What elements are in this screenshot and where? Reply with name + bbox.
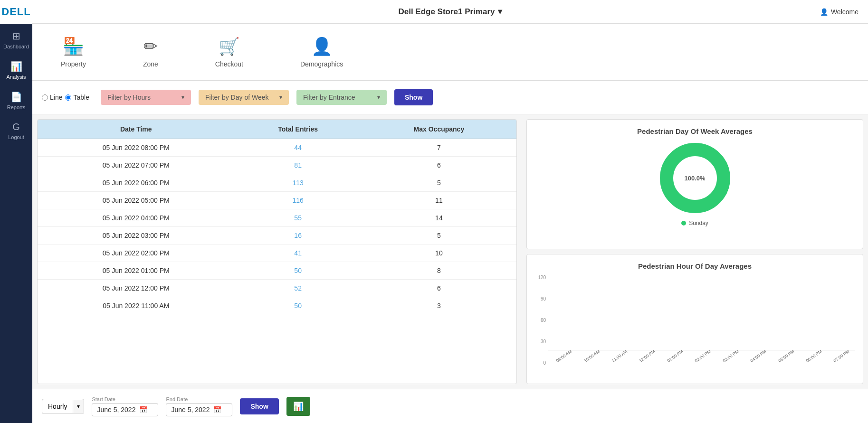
tab-checkout-label: Checkout <box>215 60 243 68</box>
cell-datetime: 05 Jun 2022 03:00 PM <box>38 227 234 244</box>
cell-entries: 81 <box>234 157 361 174</box>
cell-datetime: 05 Jun 2022 12:00 PM <box>38 280 234 297</box>
end-date-field: End Date June 5, 2022 📅 <box>166 396 232 416</box>
line-radio[interactable] <box>42 94 48 101</box>
chart-panel: Pedestrian Day Of Week Averages 100.0% S… <box>522 114 868 389</box>
cell-datetime: 05 Jun 2022 05:00 PM <box>38 192 234 209</box>
cell-datetime: 05 Jun 2022 04:00 PM <box>38 209 234 227</box>
zone-icon: ✏ <box>143 37 158 56</box>
sidebar-logout-label: Logout <box>8 134 24 140</box>
bar-chart-title: Pedestrian Hour Of Day Averages <box>534 262 855 270</box>
table-row: 05 Jun 2022 05:00 PM 116 11 <box>38 192 516 209</box>
tab-zone[interactable]: ✏ Zone <box>143 32 158 73</box>
topbar-right: 👤 Welcome <box>820 8 858 16</box>
dell-logo-text: DELL <box>1 6 30 18</box>
legend-label-sunday: Sunday <box>689 220 708 226</box>
bar-chart-card: Pedestrian Hour Of Day Averages 0 30 60 … <box>526 254 863 384</box>
start-date-label: Start Date <box>92 396 158 402</box>
period-dropdown-btn[interactable]: ▾ <box>73 400 84 413</box>
filter-hours-label: Filter by Hours <box>107 94 151 101</box>
analysis-icon: 📊 <box>10 61 22 72</box>
filter-bar: Line Table Filter by Hours ▾ Filter by D… <box>32 81 868 114</box>
table-radio[interactable] <box>65 94 71 101</box>
line-radio-label[interactable]: Line <box>42 94 62 101</box>
cell-entries: 52 <box>234 280 361 297</box>
calendar-icon-start[interactable]: 📅 <box>139 406 147 414</box>
topbar-chevron-icon[interactable]: ▾ <box>498 7 502 17</box>
topbar-title: Dell Edge Store1 Primary ▾ <box>398 7 502 17</box>
filter-entrance-label: Filter by Entrance <box>303 94 355 101</box>
sidebar-item-reports[interactable]: 📄 Reports <box>0 85 32 115</box>
cell-occupancy: 10 <box>362 244 516 262</box>
csv-icon: 📊 <box>293 402 304 411</box>
cell-occupancy: 14 <box>362 209 516 227</box>
filter-entrance-dropdown[interactable]: Filter by Entrance ▾ <box>296 90 387 105</box>
tab-demographics-label: Demographics <box>300 60 343 68</box>
sidebar-dashboard-label: Dashboard <box>3 44 29 49</box>
welcome-text: Welcome <box>831 8 858 16</box>
cell-occupancy: 3 <box>362 297 516 315</box>
cell-entries: 116 <box>234 192 361 209</box>
cell-datetime: 05 Jun 2022 08:00 PM <box>38 139 234 157</box>
table-row: 05 Jun 2022 08:00 PM 44 7 <box>38 139 516 157</box>
table-row: 05 Jun 2022 07:00 PM 81 6 <box>38 157 516 174</box>
donut-chart-card: Pedestrian Day Of Week Averages 100.0% S… <box>526 119 863 249</box>
tab-demographics[interactable]: 👤 Demographics <box>300 32 343 73</box>
filter-day-dropdown[interactable]: Filter by Day of Week ▾ <box>199 90 289 105</box>
filter-hours-dropdown[interactable]: Filter by Hours ▾ <box>101 90 191 105</box>
content-area: Line Table Filter by Hours ▾ Filter by D… <box>32 81 868 423</box>
csv-button[interactable]: 📊 <box>286 397 310 416</box>
cell-entries: 44 <box>234 139 361 157</box>
period-select[interactable]: Hourly ▾ <box>42 399 84 414</box>
cell-occupancy: 6 <box>362 157 516 174</box>
donut-chart-wrapper: 100.0% <box>657 140 733 216</box>
sidebar-item-dashboard[interactable]: ⊞ Dashboard <box>0 24 32 54</box>
table-row: 05 Jun 2022 01:00 PM 50 8 <box>38 262 516 280</box>
sidebar-item-logout[interactable]: G Logout <box>0 115 32 145</box>
y-label-0: 0 <box>534 360 546 366</box>
data-table: Date Time Total Entries Max Occupancy 05… <box>38 120 516 314</box>
y-label-120: 120 <box>534 275 546 280</box>
y-label-30: 30 <box>534 339 546 344</box>
show-button[interactable]: Show <box>394 89 433 105</box>
start-date-value: June 5, 2022 <box>97 406 135 414</box>
table-panel: Date Time Total Entries Max Occupancy 05… <box>32 114 522 389</box>
sidebar: DELL ⊞ Dashboard 📊 Analysis 📄 Reports G … <box>0 0 32 423</box>
table-label: Table <box>73 94 89 101</box>
cell-datetime: 05 Jun 2022 06:00 PM <box>38 174 234 192</box>
tab-property-label: Property <box>61 60 86 68</box>
cell-entries: 41 <box>234 244 361 262</box>
cell-entries: 55 <box>234 209 361 227</box>
end-date-input[interactable]: June 5, 2022 📅 <box>166 403 232 416</box>
tab-property[interactable]: 🏪 Property <box>61 32 86 73</box>
table-row: 05 Jun 2022 04:00 PM 55 14 <box>38 209 516 227</box>
data-table-container[interactable]: Date Time Total Entries Max Occupancy 05… <box>37 119 517 384</box>
logout-icon: G <box>12 122 20 132</box>
main-split: Date Time Total Entries Max Occupancy 05… <box>32 114 868 389</box>
table-row: 05 Jun 2022 11:00 AM 50 3 <box>38 297 516 315</box>
table-row: 05 Jun 2022 12:00 PM 52 6 <box>38 280 516 297</box>
table-radio-label[interactable]: Table <box>65 94 89 101</box>
cell-entries: 50 <box>234 262 361 280</box>
start-date-input[interactable]: June 5, 2022 📅 <box>92 403 158 416</box>
cell-datetime: 05 Jun 2022 01:00 PM <box>38 262 234 280</box>
table-row: 05 Jun 2022 03:00 PM 16 5 <box>38 227 516 244</box>
start-date-field: Start Date June 5, 2022 📅 <box>92 396 158 416</box>
y-label-90: 90 <box>534 296 546 301</box>
cell-datetime: 05 Jun 2022 02:00 PM <box>38 244 234 262</box>
bottom-bar: Hourly ▾ Start Date June 5, 2022 📅 End D… <box>32 389 868 423</box>
show-bottom-button[interactable]: Show <box>240 398 278 414</box>
demographics-icon: 👤 <box>311 37 333 56</box>
cell-occupancy: 5 <box>362 227 516 244</box>
view-toggle: Line Table <box>42 94 89 101</box>
calendar-icon-end[interactable]: 📅 <box>213 406 221 414</box>
reports-icon: 📄 <box>10 91 22 103</box>
tab-checkout[interactable]: 🛒 Checkout <box>215 32 243 73</box>
dashboard-icon: ⊞ <box>12 30 20 42</box>
sidebar-item-analysis[interactable]: 📊 Analysis <box>0 54 32 85</box>
sidebar-logo: DELL <box>0 0 32 24</box>
y-label-60: 60 <box>534 318 546 323</box>
filter-day-label: Filter by Day of Week <box>205 94 269 101</box>
col-header-datetime: Date Time <box>38 120 234 139</box>
tab-zone-label: Zone <box>143 60 158 68</box>
